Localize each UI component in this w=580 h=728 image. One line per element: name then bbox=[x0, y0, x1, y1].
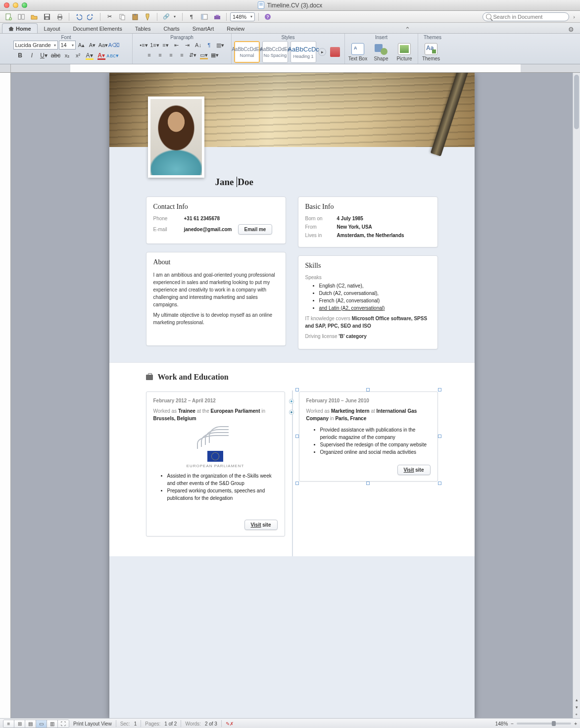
view-draft[interactable]: ≡ bbox=[3, 720, 14, 728]
vertical-ruler[interactable] bbox=[0, 73, 11, 718]
zoom-combo[interactable]: 148%▾ bbox=[230, 12, 255, 21]
spellcheck-icon[interactable]: ✎✗ bbox=[226, 721, 234, 727]
underline-button[interactable]: U▾ bbox=[39, 50, 49, 60]
document-canvas[interactable]: Jane Doe Contact Info Phone+31 61 234567… bbox=[11, 73, 573, 718]
group-font-label: Font bbox=[2, 35, 130, 41]
svg-rect-11 bbox=[121, 15, 125, 20]
shading-button[interactable]: ▭▾ bbox=[199, 50, 209, 59]
themes-button[interactable]: AaThemes bbox=[420, 42, 442, 62]
zoom-slider[interactable]: 148% − + bbox=[495, 721, 577, 727]
style-no-spacing[interactable]: AaBbCcDdEeNo Spacing bbox=[262, 41, 288, 63]
multilevel-button[interactable]: ≡▾ bbox=[161, 41, 171, 49]
font-size-select[interactable]: 14▾ bbox=[59, 41, 76, 49]
card-contact: Contact Info Phone+31 61 2345678 E-mailj… bbox=[146, 196, 286, 244]
align-right[interactable]: ≡ bbox=[166, 50, 176, 59]
borders-button[interactable]: ▦▾ bbox=[210, 50, 220, 59]
superscript-button[interactable]: x² bbox=[73, 51, 83, 60]
align-justify[interactable]: ≡ bbox=[177, 50, 187, 59]
timeline-card-left[interactable]: February 2012 – April 2012 Worked as Tra… bbox=[146, 391, 285, 536]
styles-more[interactable]: ▸ bbox=[318, 48, 326, 56]
show-hide-button[interactable]: ¶ bbox=[186, 12, 197, 22]
highlight-button[interactable]: A▾ bbox=[84, 50, 95, 60]
align-left[interactable]: ≡ bbox=[145, 50, 154, 59]
save-button[interactable] bbox=[42, 12, 52, 22]
paste-button[interactable] bbox=[130, 12, 141, 22]
clear-formatting[interactable]: A⌫ bbox=[109, 41, 119, 49]
indent-button[interactable]: ⇥ bbox=[183, 41, 193, 49]
styles-pane-button[interactable] bbox=[328, 46, 342, 58]
columns-button[interactable]: ▥▾ bbox=[215, 41, 225, 49]
open-button[interactable] bbox=[29, 12, 40, 22]
svg-rect-5 bbox=[45, 14, 49, 16]
group-paragraph-label: Paragraph bbox=[135, 35, 229, 41]
timeline-card-right[interactable]: February 2010 – June 2010 Worked as Mark… bbox=[299, 391, 438, 482]
print-button[interactable] bbox=[54, 12, 65, 22]
bullets-button[interactable]: •≡▾ bbox=[139, 41, 149, 49]
ribbon-collapse[interactable]: ⌃ bbox=[401, 26, 414, 33]
templates-button[interactable] bbox=[16, 12, 27, 22]
tab-charts[interactable]: Charts bbox=[157, 23, 186, 33]
grow-font[interactable]: A▴ bbox=[77, 41, 87, 49]
insert-textbox[interactable]: AText Box bbox=[347, 42, 369, 62]
cv-name[interactable]: Jane Doe bbox=[215, 177, 253, 188]
insert-shape[interactable]: Shape bbox=[370, 42, 392, 62]
show-marks[interactable]: ¶ bbox=[204, 41, 214, 49]
email-me-button[interactable]: Email me bbox=[238, 224, 273, 235]
tab-document-elements[interactable]: Document Elements bbox=[67, 23, 129, 33]
strike-button[interactable]: abc bbox=[50, 50, 61, 60]
visit-site-left[interactable]: Visit site bbox=[244, 520, 278, 530]
sidebar-toggle[interactable] bbox=[199, 12, 210, 22]
font-color-button[interactable]: A▾ bbox=[96, 50, 107, 60]
tab-smartart[interactable]: SmartArt bbox=[186, 23, 220, 33]
font-family-select[interactable]: Lucida Grande▾ bbox=[13, 41, 58, 49]
zoom-out[interactable]: − bbox=[511, 721, 514, 727]
horizontal-ruler[interactable] bbox=[11, 64, 580, 72]
sort-button[interactable]: A↓ bbox=[193, 41, 203, 49]
subscript-button[interactable]: x₂ bbox=[62, 51, 72, 60]
status-bar: ≡ ⊞ ▤ ▭ ▥ ⛶ Print Layout View Sec:1 Page… bbox=[0, 718, 580, 728]
view-outline[interactable]: ⊞ bbox=[14, 720, 25, 728]
tab-tables[interactable]: Tables bbox=[129, 23, 157, 33]
search-input[interactable] bbox=[483, 12, 569, 21]
copy-button[interactable] bbox=[117, 12, 128, 22]
tab-layout[interactable]: Layout bbox=[38, 23, 67, 33]
italic-button[interactable]: I bbox=[27, 50, 38, 60]
style-normal[interactable]: AaBbCcDdEeNormal bbox=[234, 41, 260, 63]
bold-button[interactable]: B bbox=[15, 50, 26, 60]
email-value: janedoe@gmail.com bbox=[184, 227, 232, 232]
style-heading-1[interactable]: AaBbCcDcHeading 1 bbox=[290, 41, 316, 63]
cv-photo[interactable] bbox=[148, 97, 204, 178]
outdent-button[interactable]: ⇤ bbox=[172, 41, 182, 49]
change-case[interactable]: Aa▾ bbox=[98, 41, 108, 49]
ribbon-settings[interactable]: ⚙ bbox=[564, 26, 578, 33]
search-next[interactable]: › bbox=[571, 14, 577, 20]
svg-rect-3 bbox=[22, 14, 24, 19]
text-effects[interactable]: ᴀвc▾ bbox=[108, 51, 118, 60]
new-doc-button[interactable] bbox=[3, 12, 14, 22]
work-education-section: Work and Education February 2012 – April… bbox=[109, 362, 475, 556]
tab-home[interactable]: Home bbox=[2, 23, 38, 33]
shrink-font[interactable]: A▾ bbox=[88, 41, 97, 49]
numbering-button[interactable]: 1≡▾ bbox=[150, 41, 160, 49]
toolbox-button[interactable] bbox=[212, 12, 223, 22]
align-center[interactable]: ≡ bbox=[155, 50, 165, 59]
undo-button[interactable] bbox=[73, 12, 84, 22]
view-publishing[interactable]: ▤ bbox=[25, 720, 36, 728]
redo-button[interactable] bbox=[86, 12, 97, 22]
view-fullscreen[interactable]: ⛶ bbox=[58, 720, 69, 728]
help-button[interactable]: ? bbox=[262, 12, 273, 22]
cut-button[interactable]: ✂ bbox=[104, 12, 115, 22]
tab-review[interactable]: Review bbox=[220, 23, 251, 33]
view-print-layout[interactable]: ▭ bbox=[36, 720, 47, 728]
link-button[interactable]: 🔗 bbox=[161, 12, 172, 22]
cv-hero-image bbox=[109, 73, 475, 147]
visit-site-right[interactable]: Visit site bbox=[397, 465, 431, 475]
basic-heading: Basic Info bbox=[305, 203, 431, 211]
vertical-scrollbar[interactable]: ▴ ▾ ⚬ bbox=[573, 73, 580, 718]
view-notebook[interactable]: ▥ bbox=[47, 720, 58, 728]
format-painter-button[interactable] bbox=[143, 12, 153, 22]
zoom-in[interactable]: + bbox=[574, 721, 577, 727]
insert-picture[interactable]: Picture bbox=[393, 42, 415, 62]
phone-value: +31 61 2345678 bbox=[184, 216, 220, 221]
line-spacing[interactable]: ⇵▾ bbox=[188, 50, 198, 59]
